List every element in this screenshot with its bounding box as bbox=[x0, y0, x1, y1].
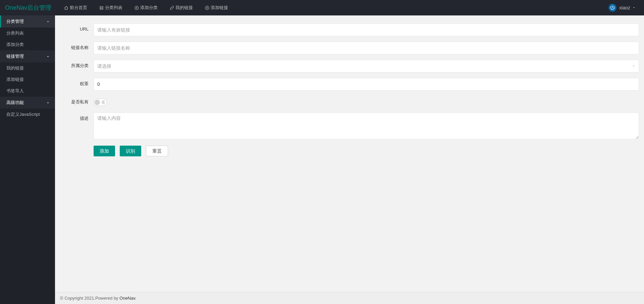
switch-knob bbox=[95, 100, 100, 105]
sidebar-group-advanced[interactable]: 高级功能 bbox=[0, 97, 55, 109]
sidebar-group-label: 链接管理 bbox=[6, 53, 24, 59]
list-icon bbox=[99, 6, 104, 10]
description-textarea[interactable] bbox=[94, 112, 639, 139]
chevron-down-icon bbox=[632, 64, 636, 68]
label-name: 链接名称 bbox=[60, 42, 94, 51]
user-menu[interactable]: xiaoz bbox=[605, 4, 639, 12]
chevron-up-icon bbox=[46, 101, 50, 104]
avatar bbox=[608, 4, 616, 12]
footer-suffix: . bbox=[135, 296, 137, 301]
logo[interactable]: OneNav后台管理 bbox=[5, 4, 51, 12]
recognize-button[interactable]: 识别 bbox=[120, 146, 141, 156]
sidebar: 分类管理 分类列表 添加分类 链接管理 我的链接 添加链接 书签导入 高级功能 … bbox=[0, 15, 55, 304]
url-input[interactable] bbox=[94, 23, 639, 36]
nav-label: 我的链接 bbox=[175, 5, 193, 11]
chevron-down-icon bbox=[632, 6, 636, 9]
sidebar-group-category[interactable]: 分类管理 bbox=[0, 15, 55, 28]
content: URL 链接名称 所属分类 请选择 权重 是否私有 bbox=[55, 15, 644, 304]
nav-label: 分类列表 bbox=[105, 5, 122, 11]
label-private: 是否私有 bbox=[60, 96, 94, 105]
chevron-up-icon bbox=[46, 20, 50, 23]
nav-category-list[interactable]: 分类列表 bbox=[93, 0, 128, 15]
sidebar-item-add-link[interactable]: 添加链接 bbox=[0, 74, 55, 85]
label-category: 所属分类 bbox=[60, 60, 94, 69]
sidebar-item-my-links[interactable]: 我的链接 bbox=[0, 62, 55, 74]
sidebar-group-label: 高级功能 bbox=[6, 100, 24, 106]
sidebar-item-add-category[interactable]: 添加分类 bbox=[0, 39, 55, 50]
nav-label: 添加分类 bbox=[140, 5, 158, 11]
nav-add-link[interactable]: 添加链接 bbox=[199, 0, 234, 15]
category-select[interactable]: 请选择 bbox=[94, 60, 639, 72]
svg-rect-0 bbox=[100, 6, 103, 9]
username: xiaoz bbox=[619, 5, 630, 10]
plus-circle-icon bbox=[205, 6, 209, 10]
nav-add-category[interactable]: 添加分类 bbox=[128, 0, 164, 15]
link-name-input[interactable] bbox=[94, 42, 639, 54]
nav-my-links[interactable]: 我的链接 bbox=[164, 0, 199, 15]
label-weight: 权重 bbox=[60, 78, 94, 87]
sidebar-item-category-list[interactable]: 分类列表 bbox=[0, 28, 55, 39]
footer: © Copyright 2021.Powered by OneNav. bbox=[55, 292, 644, 304]
sidebar-group-label: 分类管理 bbox=[6, 18, 24, 24]
nav-label: 前台首页 bbox=[70, 5, 87, 11]
weight-input[interactable] bbox=[94, 78, 639, 91]
add-button[interactable]: 添加 bbox=[94, 146, 115, 156]
top-nav: 前台首页 分类列表 添加分类 我的链接 添加链接 bbox=[58, 0, 605, 15]
private-toggle[interactable]: 否 bbox=[94, 99, 107, 106]
label-description: 描述 bbox=[60, 112, 94, 121]
sidebar-item-import-bookmark[interactable]: 书签导入 bbox=[0, 85, 55, 97]
home-icon bbox=[64, 6, 68, 10]
switch-off-text: 否 bbox=[101, 100, 105, 105]
power-icon bbox=[610, 5, 615, 10]
label-url: URL bbox=[60, 23, 94, 32]
nav-home[interactable]: 前台首页 bbox=[58, 0, 93, 15]
sidebar-item-custom-js[interactable]: 自定义JavaScript bbox=[0, 109, 55, 120]
plus-circle-icon bbox=[135, 6, 139, 10]
link-icon bbox=[170, 6, 174, 10]
chevron-up-icon bbox=[46, 55, 50, 58]
header: OneNav后台管理 前台首页 分类列表 添加分类 我的链接 添加链接 xiao… bbox=[0, 0, 644, 15]
footer-copyright: © Copyright 2021.Powered by bbox=[60, 296, 119, 301]
footer-link[interactable]: OneNav bbox=[119, 296, 135, 301]
form-add-link: URL 链接名称 所属分类 请选择 权重 是否私有 bbox=[55, 15, 644, 292]
sidebar-group-links[interactable]: 链接管理 bbox=[0, 50, 55, 62]
reset-button[interactable]: 重置 bbox=[146, 146, 168, 156]
nav-label: 添加链接 bbox=[211, 5, 228, 11]
